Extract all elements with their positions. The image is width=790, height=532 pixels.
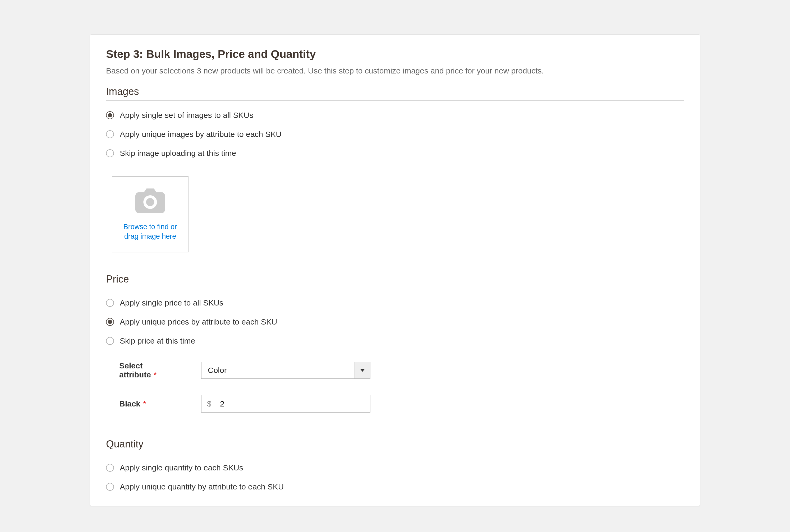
price-option-single[interactable]: Apply single price to all SKUs <box>106 298 684 307</box>
images-option-unique-label: Apply unique images by attribute to each… <box>120 130 282 139</box>
select-dropdown-button[interactable] <box>355 362 371 379</box>
price-attribute-select[interactable] <box>201 362 371 379</box>
images-option-single-label: Apply single set of images to all SKUs <box>120 111 253 120</box>
required-indicator: * <box>143 399 146 408</box>
upload-hint: Browse to find or drag image here <box>124 222 177 241</box>
bulk-config-card: Step 3: Bulk Images, Price and Quantity … <box>90 34 700 506</box>
images-option-skip[interactable]: Skip image uploading at this time <box>106 149 684 158</box>
price-row-label-text: Black <box>119 399 140 408</box>
radio-icon <box>106 337 114 345</box>
price-black-input[interactable] <box>201 395 371 413</box>
radio-icon <box>106 318 114 326</box>
price-black-input-wrap: $ <box>201 395 371 413</box>
quantity-option-unique[interactable]: Apply unique quantity by attribute to ea… <box>106 482 684 491</box>
price-option-skip[interactable]: Skip price at this time <box>106 337 684 345</box>
radio-icon <box>106 111 114 119</box>
images-option-skip-label: Skip image uploading at this time <box>120 149 236 158</box>
step-title: Step 3: Bulk Images, Price and Quantity <box>106 48 684 60</box>
price-attribute-row: Select attribute* <box>119 361 684 379</box>
step-description: Based on your selections 3 new products … <box>106 66 684 75</box>
chevron-down-icon <box>360 369 365 372</box>
radio-icon <box>106 130 114 138</box>
quantity-option-unique-label: Apply unique quantity by attribute to ea… <box>120 482 284 491</box>
price-option-single-label: Apply single price to all SKUs <box>120 298 223 307</box>
radio-icon <box>106 483 114 491</box>
radio-icon <box>106 299 114 307</box>
image-upload-dropzone[interactable]: Browse to find or drag image here <box>112 176 189 252</box>
price-section-title: Price <box>106 273 684 288</box>
radio-icon <box>106 464 114 472</box>
quantity-section-title: Quantity <box>106 438 684 453</box>
currency-symbol: $ <box>207 399 211 408</box>
price-black-row: Black* $ <box>119 395 684 413</box>
radio-icon <box>106 149 114 157</box>
camera-icon <box>135 188 165 214</box>
price-option-unique[interactable]: Apply unique prices by attribute to each… <box>106 318 684 326</box>
quantity-option-single-label: Apply single quantity to each SKUs <box>120 463 243 472</box>
price-option-unique-label: Apply unique prices by attribute to each… <box>120 318 277 326</box>
quantity-option-single[interactable]: Apply single quantity to each SKUs <box>106 463 684 472</box>
price-option-skip-label: Skip price at this time <box>120 337 195 345</box>
price-black-label: Black* <box>119 399 180 408</box>
price-attribute-label: Select attribute* <box>119 361 180 379</box>
images-option-unique[interactable]: Apply unique images by attribute to each… <box>106 130 684 139</box>
required-indicator: * <box>154 370 157 379</box>
price-attribute-label-text: Select attribute <box>119 361 151 379</box>
price-attribute-select-input[interactable] <box>201 362 355 379</box>
images-section-title: Images <box>106 86 684 101</box>
images-option-single[interactable]: Apply single set of images to all SKUs <box>106 111 684 120</box>
